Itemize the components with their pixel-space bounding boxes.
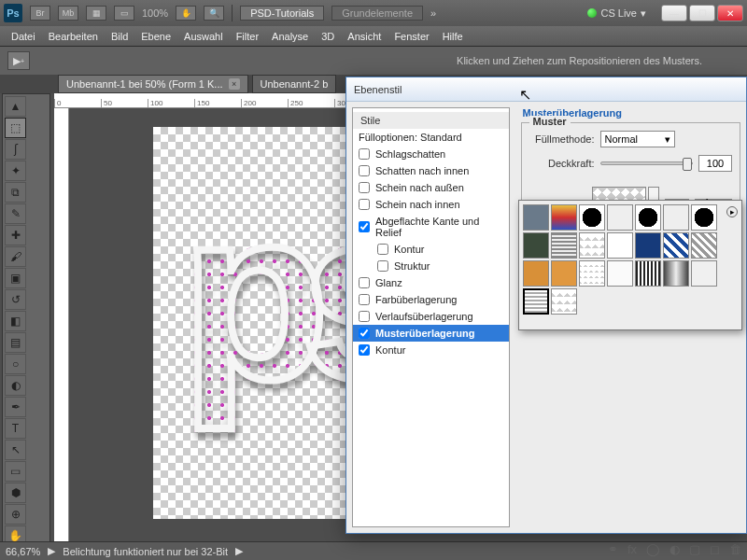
- pattern-item[interactable]: [551, 204, 577, 231]
- pattern-item[interactable]: [691, 260, 717, 287]
- pattern-item[interactable]: [691, 232, 717, 259]
- menu-bearbeiten[interactable]: Bearbeiten: [49, 31, 98, 42]
- pattern-item[interactable]: [523, 260, 549, 287]
- minimize-button[interactable]: —: [661, 5, 687, 21]
- menu-analyse[interactable]: Analyse: [272, 31, 308, 42]
- menu-hilfe[interactable]: Hilfe: [443, 31, 463, 42]
- pattern-item[interactable]: [635, 204, 661, 231]
- pen-tool-icon[interactable]: ✒: [5, 397, 26, 417]
- cslive-button[interactable]: CS Live: [600, 7, 637, 19]
- trash-icon[interactable]: 🗑: [729, 542, 741, 556]
- chk-dropshadow[interactable]: [359, 148, 370, 160]
- shape-tool-icon[interactable]: ▭: [5, 461, 26, 482]
- eraser-tool-icon[interactable]: ◧: [5, 311, 26, 331]
- newlayer-icon[interactable]: ◻: [710, 542, 720, 556]
- marquee-tool-icon[interactable]: ⬚: [5, 118, 26, 138]
- menu-ansicht[interactable]: Ansicht: [347, 31, 381, 42]
- chk-stroke[interactable]: [359, 344, 370, 356]
- styles-header[interactable]: Stile: [353, 112, 509, 129]
- link-icon[interactable]: ⚭: [608, 542, 618, 556]
- eyedropper-tool-icon[interactable]: ✎: [5, 203, 26, 224]
- pattern-item[interactable]: [663, 232, 689, 259]
- menu-ebene[interactable]: Ebene: [141, 31, 171, 42]
- hand-tool-icon[interactable]: ✋: [176, 6, 196, 21]
- zoom-tool-icon[interactable]: 🔍: [204, 6, 224, 21]
- move-tool-icon[interactable]: ▲: [5, 96, 26, 117]
- style-satin[interactable]: Glanz: [353, 274, 509, 291]
- menu-bild[interactable]: Bild: [111, 31, 128, 42]
- menu-auswahl[interactable]: Auswahl: [184, 31, 223, 42]
- blur-tool-icon[interactable]: ○: [5, 354, 26, 374]
- pattern-item[interactable]: [635, 260, 661, 287]
- pattern-item[interactable]: [663, 260, 689, 287]
- path-select-icon[interactable]: ↖: [5, 440, 26, 460]
- style-outerglow[interactable]: Schein nach außen: [353, 179, 509, 196]
- doc-tab-1-close-icon[interactable]: ×: [229, 78, 240, 90]
- pattern-item[interactable]: [635, 232, 661, 259]
- style-gradoverlay[interactable]: Verlaufsüberlagerung: [353, 308, 509, 325]
- slider-thumb[interactable]: [683, 158, 692, 171]
- chk-gradoverlay[interactable]: [359, 311, 370, 322]
- chk-satin[interactable]: [359, 277, 370, 288]
- zoom-display[interactable]: 100%: [142, 7, 168, 19]
- pattern-item[interactable]: [579, 204, 605, 231]
- workspace-more-icon[interactable]: »: [430, 7, 436, 19]
- menu-fenster[interactable]: Fenster: [394, 31, 429, 42]
- pattern-item[interactable]: [523, 232, 549, 259]
- opacity-input[interactable]: [698, 155, 732, 172]
- pattern-item[interactable]: [551, 260, 577, 287]
- pattern-item[interactable]: [551, 288, 577, 315]
- wand-tool-icon[interactable]: ✦: [5, 161, 26, 181]
- style-texture[interactable]: Struktur: [353, 258, 509, 274]
- status-arrow-icon[interactable]: ▶: [48, 545, 55, 557]
- workspace-psdtutorials[interactable]: PSD-Tutorials: [240, 6, 324, 21]
- style-coloroverlay[interactable]: Farbüberlagerung: [353, 291, 509, 308]
- bridge-button[interactable]: Br: [30, 6, 50, 21]
- pattern-item[interactable]: [607, 204, 633, 231]
- pattern-item[interactable]: [551, 232, 577, 259]
- pattern-item[interactable]: [607, 232, 633, 259]
- blendmode-select[interactable]: Normal ▾: [600, 131, 675, 147]
- chk-innerglow[interactable]: [359, 199, 370, 210]
- menu-3d[interactable]: 3D: [321, 31, 334, 42]
- status-flyout-icon[interactable]: ▶: [235, 545, 243, 557]
- style-stroke[interactable]: Kontur: [353, 342, 509, 358]
- crop-tool-icon[interactable]: ⧉: [5, 182, 26, 203]
- dialog-titlebar[interactable]: Ebenenstil: [346, 77, 746, 102]
- maximize-button[interactable]: ☐: [689, 5, 715, 21]
- fill-options-item[interactable]: Fülloptionen: Standard: [353, 129, 509, 146]
- zoom-field[interactable]: 66,67%: [6, 546, 40, 557]
- chk-texture[interactable]: [377, 260, 388, 272]
- type-tool-icon[interactable]: T: [5, 418, 26, 439]
- chk-contour[interactable]: [377, 244, 388, 255]
- chk-outerglow[interactable]: [359, 182, 370, 193]
- pattern-item[interactable]: [579, 232, 605, 259]
- doc-tab-1[interactable]: Unbenannt-1 bei 50% (Form 1 K... ×: [58, 75, 248, 93]
- stamp-tool-icon[interactable]: ▣: [5, 268, 26, 288]
- tool-preset-icon[interactable]: ▶+: [7, 51, 30, 70]
- style-patternoverlay[interactable]: Musterüberlagerung: [353, 325, 509, 342]
- pattern-item-selected[interactable]: [523, 288, 549, 315]
- pattern-item[interactable]: [579, 260, 605, 287]
- pattern-item[interactable]: [523, 204, 549, 231]
- pattern-item[interactable]: [607, 260, 633, 287]
- pattern-item[interactable]: [691, 204, 717, 231]
- ruler-vertical[interactable]: [54, 108, 69, 541]
- chk-patoverlay[interactable]: [359, 328, 370, 339]
- workspace-grundelemente[interactable]: Grundelemente: [331, 6, 423, 21]
- folder-icon[interactable]: ▢: [689, 542, 700, 556]
- screenmode-button[interactable]: ▭: [114, 6, 134, 21]
- mask-icon[interactable]: ◯: [646, 542, 660, 556]
- 3d-tool-icon[interactable]: ⬢: [5, 483, 26, 503]
- dodge-tool-icon[interactable]: ◐: [5, 375, 26, 396]
- chk-bevel[interactable]: [359, 221, 370, 232]
- chk-innershadow[interactable]: [359, 165, 370, 176]
- fx-icon[interactable]: fx: [627, 542, 637, 556]
- cslive-dropdown-icon[interactable]: ▾: [641, 7, 646, 20]
- opacity-slider[interactable]: [600, 161, 693, 165]
- style-innershadow[interactable]: Schatten nach innen: [353, 162, 509, 179]
- style-innerglow[interactable]: Schein nach innen: [353, 196, 509, 213]
- menu-datei[interactable]: Datei: [11, 31, 35, 42]
- history-brush-icon[interactable]: ↺: [5, 289, 26, 310]
- lasso-tool-icon[interactable]: ʃ: [5, 139, 26, 160]
